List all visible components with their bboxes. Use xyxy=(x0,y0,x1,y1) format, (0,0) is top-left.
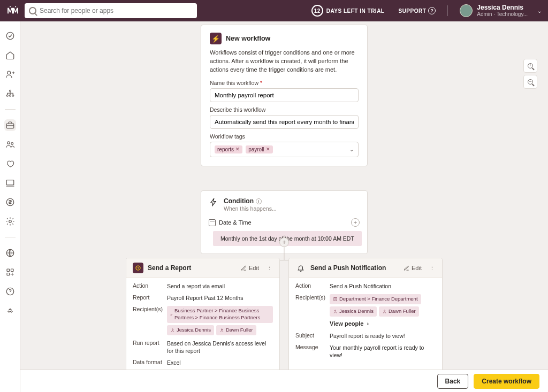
nav-briefcase[interactable] xyxy=(4,119,16,131)
tags-label: Workflow tags xyxy=(210,133,359,140)
workflow-desc-input[interactable] xyxy=(215,119,354,125)
label-recipients: Recipient(s) xyxy=(133,306,163,335)
desc-label: Describe this workflow xyxy=(210,106,359,113)
nav-heart[interactable] xyxy=(4,158,16,170)
add-condition-button[interactable]: + xyxy=(351,218,360,227)
value-subject: Payroll report is ready to view! xyxy=(330,332,436,340)
svg-point-8 xyxy=(11,143,13,145)
divider xyxy=(447,5,448,16)
svg-point-3 xyxy=(6,95,8,96)
svg-point-18 xyxy=(171,314,171,314)
action-card-push: Send a Push Notification Edit ⋮ ActionSe… xyxy=(288,258,443,370)
search-icon xyxy=(29,7,36,14)
svg-point-1 xyxy=(7,71,10,74)
chip-person: Jessica Dennis xyxy=(330,306,377,317)
svg-point-5 xyxy=(12,95,13,96)
label-recipients: Recipient(s) xyxy=(295,294,325,327)
search-box[interactable] xyxy=(25,3,197,18)
nav-home[interactable] xyxy=(4,49,16,61)
svg-point-7 xyxy=(7,142,10,144)
condition-title: Condition i xyxy=(224,197,262,205)
tags-input[interactable]: reports✕ payroll✕ ⌄ xyxy=(210,142,359,157)
label-message: Message xyxy=(295,344,325,359)
nav-help[interactable] xyxy=(4,286,16,297)
user-menu[interactable]: Jessica Dennis Admin · Technology... ⌄ xyxy=(460,4,542,17)
svg-rect-13 xyxy=(7,269,10,272)
user-role: Admin · Technology... xyxy=(477,11,528,17)
bolt-outline-icon xyxy=(209,197,218,207)
workflow-canvas[interactable]: ⚡ New workflow Workflows consist of trig… xyxy=(20,21,548,370)
chevron-down-icon[interactable]: ⌄ xyxy=(349,147,354,152)
nav-tasks[interactable] xyxy=(4,30,16,42)
nav-settings[interactable] xyxy=(4,216,16,227)
info-icon[interactable]: i xyxy=(256,198,262,204)
workflow-name-input[interactable] xyxy=(215,92,354,98)
svg-point-21 xyxy=(221,329,222,330)
back-button[interactable]: Back xyxy=(437,374,469,389)
label-action: Action xyxy=(133,282,163,290)
nav-org[interactable] xyxy=(4,88,16,99)
search-input[interactable] xyxy=(40,7,193,14)
help-icon: ? xyxy=(428,7,436,14)
topbar: ṀṀ 12 DAYS LEFT IN TRIAL SUPPORT ? Jessi… xyxy=(0,0,548,21)
nav-people[interactable] xyxy=(4,139,16,150)
svg-rect-15 xyxy=(7,273,10,276)
label-action: Action xyxy=(295,282,325,290)
tag-payroll[interactable]: payroll✕ xyxy=(246,145,272,153)
label-format: Data format xyxy=(133,359,163,366)
view-people-link[interactable]: View people› xyxy=(330,320,369,328)
svg-point-11 xyxy=(9,220,11,223)
nav-globe[interactable] xyxy=(4,247,16,259)
remove-tag-icon[interactable]: ✕ xyxy=(235,147,240,152)
bolt-icon: ⚡ xyxy=(210,33,222,44)
chevron-right-icon: › xyxy=(367,320,369,328)
workflow-title: New workflow xyxy=(226,35,270,42)
chip-group: Department > Finance Department xyxy=(330,294,421,304)
nav-devices[interactable] xyxy=(4,177,16,189)
nav-add-person[interactable] xyxy=(4,68,16,80)
workflow-description: Workflows consist of trigger conditions … xyxy=(210,49,359,74)
value-action: Send a Push Notification xyxy=(330,282,436,290)
more-icon[interactable]: ⋮ xyxy=(429,265,436,272)
user-name: Jessica Dennis xyxy=(477,4,528,11)
chip-person: Dawn Fuller xyxy=(216,325,256,335)
remove-tag-icon[interactable]: ✕ xyxy=(266,147,270,152)
svg-point-19 xyxy=(172,314,172,314)
bell-icon xyxy=(295,263,306,273)
label-run: Run report xyxy=(133,340,163,355)
create-workflow-button[interactable]: Create workflow xyxy=(474,374,539,389)
nav-finance[interactable] xyxy=(4,196,16,208)
nav-apps[interactable] xyxy=(4,266,16,278)
edit-button[interactable]: Edit xyxy=(241,265,259,271)
support-link[interactable]: SUPPORT ? xyxy=(398,7,436,14)
footer: Back Create workflow xyxy=(20,370,548,392)
chip-person: Dawn Fuller xyxy=(379,306,419,317)
condition-subtitle: When this happens... xyxy=(224,205,277,212)
chevron-down-icon: ⌄ xyxy=(537,8,542,14)
trial-days: 12 xyxy=(311,5,323,17)
edit-button[interactable]: Edit xyxy=(404,265,422,271)
action-title: Send a Report xyxy=(148,264,237,272)
tag-reports[interactable]: reports✕ xyxy=(215,145,242,153)
svg-point-4 xyxy=(9,95,11,96)
logo[interactable]: ṀṀ xyxy=(6,5,18,17)
svg-rect-9 xyxy=(6,180,14,185)
svg-point-20 xyxy=(172,329,173,330)
name-label: Name this workflow * xyxy=(210,80,359,86)
add-step-button[interactable]: + xyxy=(279,237,289,247)
calendar-icon xyxy=(209,219,216,226)
value-format: Excel xyxy=(167,359,273,366)
nav-handshake[interactable] xyxy=(4,305,16,317)
svg-rect-14 xyxy=(11,269,13,272)
trial-indicator[interactable]: 12 DAYS LEFT IN TRIAL xyxy=(311,5,385,17)
more-icon[interactable]: ⋮ xyxy=(267,265,273,272)
svg-rect-6 xyxy=(6,124,14,128)
label-subject: Subject xyxy=(295,332,325,340)
action-title: Send a Push Notification xyxy=(310,264,399,272)
trial-label: DAYS LEFT IN TRIAL xyxy=(326,8,385,14)
value-report: Payroll Report Past 12 Months xyxy=(167,294,273,302)
svg-point-2 xyxy=(9,90,11,91)
avatar xyxy=(460,4,473,17)
action-card-report: Send a Report Edit ⋮ ActionSend a report… xyxy=(126,258,280,370)
value-run: Based on Jessica Dennis's access level f… xyxy=(167,340,273,355)
